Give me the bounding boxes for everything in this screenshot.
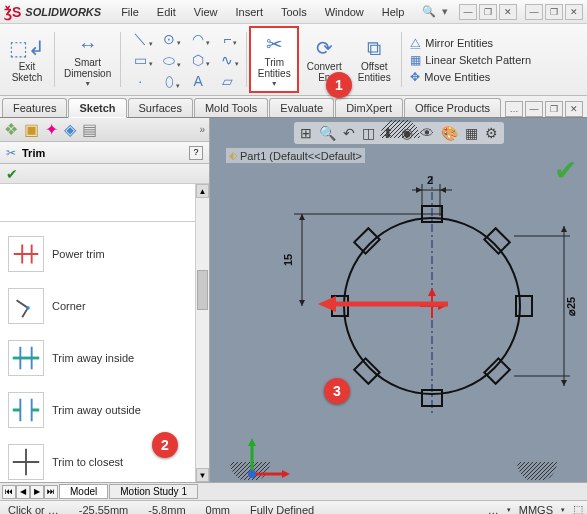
overflow-button[interactable]: … bbox=[505, 101, 523, 117]
model-tab[interactable]: Model bbox=[59, 484, 108, 499]
smart-dimension-button[interactable]: ↔ Smart Dimension ▼ bbox=[57, 26, 118, 93]
menu-file[interactable]: File bbox=[113, 4, 147, 20]
fillet-tool-icon[interactable]: ⌐▾ bbox=[223, 31, 231, 47]
flyout-feature-tree[interactable]: ⬖ Part1 (Default<<Default> bbox=[226, 148, 365, 163]
configuration-manager-tab-icon[interactable]: ✦ bbox=[45, 120, 58, 139]
tab-first-button[interactable]: ⏮ bbox=[2, 485, 16, 499]
tab-dimxpert[interactable]: DimXpert bbox=[335, 98, 403, 117]
polygon-tool-icon[interactable]: ⬡▾ bbox=[192, 52, 204, 68]
dropdown-icon[interactable]: ▾ bbox=[561, 506, 565, 514]
arc-tool-icon[interactable]: ◠▾ bbox=[192, 31, 204, 47]
view-settings-icon[interactable]: ⚙ bbox=[483, 124, 500, 142]
svg-marker-9 bbox=[299, 214, 305, 220]
dimension-15: 15 bbox=[282, 254, 294, 266]
graphics-area[interactable]: ⊞ 🔍 ↶ ◫ ⬍ ◉ 👁 🎨 ▦ ⚙ ⬖ Part1 (Default<<De… bbox=[210, 118, 587, 482]
command-tabstrip: Features Sketch Surfaces Mold Tools Eval… bbox=[0, 96, 587, 118]
previous-view-icon[interactable]: ↶ bbox=[341, 124, 357, 142]
status-editing[interactable]: … bbox=[488, 504, 499, 515]
tab-last-button[interactable]: ⏭ bbox=[44, 485, 58, 499]
line-tool-icon[interactable]: ＼▾ bbox=[133, 30, 147, 48]
option-power-trim[interactable]: Power trim bbox=[2, 228, 207, 280]
child-minimize-button[interactable]: — bbox=[459, 4, 477, 20]
circle-tool-icon[interactable]: ⊙▾ bbox=[163, 31, 175, 47]
edit-appearance-icon[interactable]: 🎨 bbox=[439, 124, 460, 142]
menu-insert[interactable]: Insert bbox=[227, 4, 271, 20]
dimxpert-manager-tab-icon[interactable]: ◈ bbox=[64, 120, 76, 139]
titlebar: ǯS SOLIDWORKS File Edit View Insert Tool… bbox=[0, 0, 587, 24]
help-dropdown-icon[interactable]: ▾ bbox=[442, 5, 448, 18]
dropdown-icon: ▼ bbox=[271, 80, 278, 87]
ellipse-tool-icon[interactable]: ⬯▾ bbox=[165, 73, 174, 90]
tab-next-button[interactable]: ▶ bbox=[30, 485, 44, 499]
tab-mold-tools[interactable]: Mold Tools bbox=[194, 98, 268, 117]
text-tool-icon[interactable]: A bbox=[194, 73, 203, 89]
zoom-fit-icon[interactable]: ⊞ bbox=[298, 124, 314, 142]
tab-office-products[interactable]: Office Products bbox=[404, 98, 501, 117]
motion-study-tabs: ⏮ ◀ ▶ ⏭ Model Motion Study 1 bbox=[0, 482, 587, 500]
sketch-geometry: 15 2 ⌀25 bbox=[282, 176, 582, 456]
option-trim-away-outside[interactable]: Trim away outside bbox=[2, 384, 207, 436]
maximize-button[interactable]: ❐ bbox=[545, 4, 563, 20]
status-extras[interactable]: ⬚ bbox=[573, 503, 583, 514]
trim-closest-icon bbox=[8, 444, 44, 480]
motion-study-tab[interactable]: Motion Study 1 bbox=[109, 484, 198, 499]
apply-scene-icon[interactable]: ▦ bbox=[463, 124, 480, 142]
section-view-icon[interactable]: ◫ bbox=[360, 124, 377, 142]
child-maximize-button[interactable]: ❐ bbox=[479, 4, 497, 20]
child-close-button[interactable]: ✕ bbox=[499, 4, 517, 20]
tab-restore-button[interactable]: ❐ bbox=[545, 101, 563, 117]
svg-marker-23 bbox=[561, 226, 567, 232]
scroll-down-button[interactable]: ▼ bbox=[196, 468, 209, 482]
minimize-button[interactable]: — bbox=[525, 4, 543, 20]
display-manager-tab-icon[interactable]: ▤ bbox=[82, 120, 97, 139]
tab-sketch[interactable]: Sketch bbox=[68, 98, 126, 118]
property-manager-tab-icon[interactable]: ▣ bbox=[24, 120, 39, 139]
trim-entities-button[interactable]: ✂ Trim Entities ▼ bbox=[249, 26, 299, 93]
slot-tool-icon[interactable]: ⬭▾ bbox=[163, 52, 175, 69]
point-tool-icon[interactable]: · bbox=[138, 73, 142, 89]
menu-help[interactable]: Help bbox=[374, 4, 413, 20]
scroll-up-button[interactable]: ▲ bbox=[196, 184, 209, 198]
tab-surfaces[interactable]: Surfaces bbox=[128, 98, 193, 117]
ok-button-icon[interactable]: ✔ bbox=[6, 166, 18, 182]
option-trim-away-inside[interactable]: Trim away inside bbox=[2, 332, 207, 384]
status-sketch-state: Fully Defined bbox=[246, 504, 318, 515]
search-icon[interactable]: 🔍 bbox=[422, 5, 436, 18]
tab-prev-button[interactable]: ◀ bbox=[16, 485, 30, 499]
hide-show-icon[interactable]: 👁 bbox=[418, 124, 436, 142]
smart-dimension-icon: ↔ bbox=[78, 33, 98, 56]
exit-sketch-button[interactable]: ⬚↲ Exit Sketch bbox=[2, 26, 52, 93]
svg-marker-8 bbox=[440, 187, 446, 193]
panel-help-button[interactable]: ? bbox=[189, 146, 203, 160]
tab-close-button[interactable]: ✕ bbox=[565, 101, 583, 117]
tab-evaluate[interactable]: Evaluate bbox=[269, 98, 334, 117]
linear-pattern-button[interactable]: ▦ Linear Sketch Pattern bbox=[410, 53, 531, 67]
move-entities-button[interactable]: ✥ Move Entities bbox=[410, 70, 531, 84]
menu-window[interactable]: Window bbox=[317, 4, 372, 20]
ribbon: ⬚↲ Exit Sketch ↔ Smart Dimension ▼ ＼▾ ⊙▾… bbox=[0, 24, 587, 96]
option-corner[interactable]: Corner bbox=[2, 280, 207, 332]
tab-minimize-button[interactable]: — bbox=[525, 101, 543, 117]
status-units[interactable]: MMGS bbox=[519, 504, 553, 515]
tab-features[interactable]: Features bbox=[2, 98, 67, 117]
menu-edit[interactable]: Edit bbox=[149, 4, 184, 20]
offset-entities-button[interactable]: ⧉ Offset Entities bbox=[349, 26, 399, 93]
spline-tool-icon[interactable]: ∿▾ bbox=[221, 52, 233, 68]
mirror-entities-button[interactable]: ⧋ Mirror Entities bbox=[410, 36, 531, 50]
svg-point-0 bbox=[26, 306, 30, 310]
svg-marker-24 bbox=[561, 380, 567, 386]
menu-view[interactable]: View bbox=[186, 4, 226, 20]
rectangle-tool-icon[interactable]: ▭▾ bbox=[134, 52, 147, 68]
dropdown-icon[interactable]: ▾ bbox=[507, 506, 511, 514]
property-manager-panel: ❖ ▣ ✦ ◈ ▤ » ✂ Trim ? ✔ Power trim Corner bbox=[0, 118, 210, 482]
panel-scrollbar[interactable]: ▲ ▼ bbox=[195, 184, 209, 482]
panel-expand-icon[interactable]: » bbox=[199, 124, 205, 135]
zoom-area-icon[interactable]: 🔍 bbox=[317, 124, 338, 142]
scroll-thumb[interactable] bbox=[197, 270, 208, 310]
svg-rect-19 bbox=[354, 228, 379, 253]
close-button[interactable]: ✕ bbox=[565, 4, 583, 20]
plane-tool-icon[interactable]: ▱ bbox=[222, 73, 233, 89]
menu-tools[interactable]: Tools bbox=[273, 4, 315, 20]
status-coord-y: -5.8mm bbox=[144, 504, 189, 515]
feature-manager-tab-icon[interactable]: ❖ bbox=[4, 120, 18, 139]
